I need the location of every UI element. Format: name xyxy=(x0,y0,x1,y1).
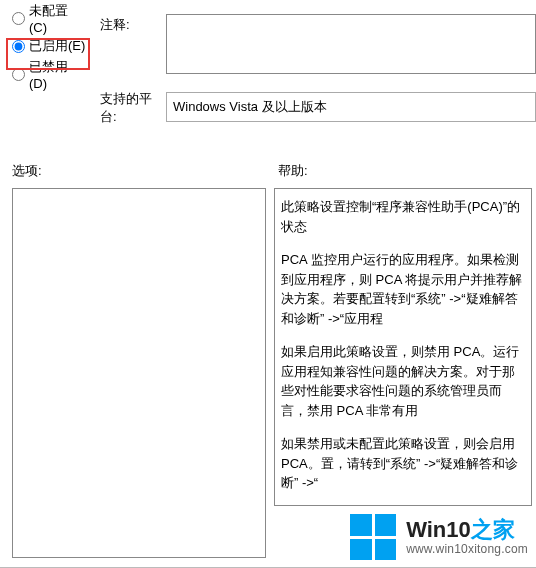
help-text: 如果禁用或未配置此策略设置，则会启用 PCA。置，请转到“系统” ->“疑难解答… xyxy=(281,434,525,493)
help-text: 如果启用此策略设置，则禁用 PCA。运行应用程知兼容性问题的解决方案。对于那些对… xyxy=(281,342,525,420)
radio-not-configured-input[interactable] xyxy=(12,12,25,25)
help-panel: 此策略设置控制“程序兼容性助手(PCA)”的状态 PCA 监控用户运行的应用程序… xyxy=(274,188,532,506)
options-panel xyxy=(12,188,266,558)
radio-enabled-label: 已启用(E) xyxy=(29,37,85,55)
watermark-title: Win10之家 xyxy=(406,517,528,542)
note-textbox[interactable] xyxy=(166,14,536,74)
help-text: PCA 监控用户运行的应用程序。如果检测到应用程序，则 PCA 将提示用户并推荐… xyxy=(281,250,525,328)
platform-label: 支持的平台: xyxy=(96,88,166,126)
platform-value: Windows Vista 及以上版本 xyxy=(166,92,536,122)
radio-enabled[interactable]: 已启用(E) xyxy=(12,32,86,60)
radio-enabled-input[interactable] xyxy=(12,40,25,53)
note-label: 注释: xyxy=(96,14,166,34)
help-label: 帮助: xyxy=(278,162,308,180)
watermark: Win10之家 www.win10xitong.com xyxy=(348,512,530,562)
radio-not-configured[interactable]: 未配置(C) xyxy=(12,4,86,32)
radio-disabled-input[interactable] xyxy=(12,68,25,81)
radio-disabled[interactable]: 已禁用(D) xyxy=(12,60,86,88)
options-label: 选项: xyxy=(12,162,278,180)
radio-disabled-label: 已禁用(D) xyxy=(29,58,86,91)
help-text: 此策略设置控制“程序兼容性助手(PCA)”的状态 xyxy=(281,197,525,236)
watermark-url: www.win10xitong.com xyxy=(406,543,528,557)
windows-logo-icon xyxy=(350,514,396,560)
radio-not-configured-label: 未配置(C) xyxy=(29,2,86,35)
